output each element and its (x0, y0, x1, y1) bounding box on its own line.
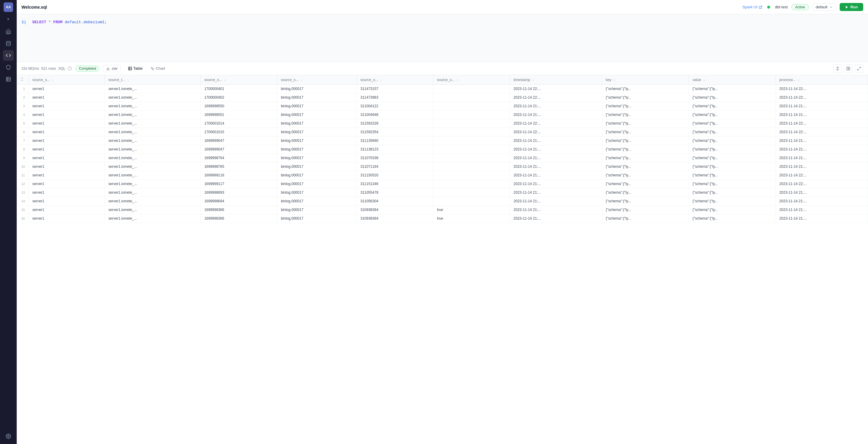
cell-source-t: server1.iomete_... (105, 93, 200, 102)
cell-source-o3: 310938364 (357, 214, 433, 223)
th-timestamp[interactable]: timestamp ↕ (510, 75, 602, 84)
sidebar-item-home[interactable] (3, 26, 14, 37)
active-badge: Active (791, 4, 809, 10)
cell-source-o1: 1699998764 (200, 154, 277, 162)
svg-rect-12 (848, 67, 850, 70)
avatar[interactable]: AA (4, 2, 13, 12)
th-source-s[interactable]: source_s... ↕ (29, 75, 105, 84)
cell-value: {"schema":{"ty... (689, 171, 776, 180)
cell-source-o2: binlog.000017 (277, 197, 357, 206)
cell-timestamp: 2023-11-14 21:... (510, 197, 602, 206)
table-row[interactable]: 11 server1 server1.iomete_... 1699999116… (17, 171, 868, 180)
cell-key: {"schema":{"ty... (602, 84, 689, 93)
cell-value: {"schema":{"ty... (689, 214, 776, 223)
topbar: Welcome.sql Spark UI dbt-test Active def… (17, 0, 868, 14)
sidebar-item-shield[interactable] (3, 62, 14, 73)
sidebar-item-settings[interactable] (3, 431, 14, 442)
table-row[interactable]: 1 server1 server1.iomete_... 1700000401 … (17, 84, 868, 93)
cell-source-o1: 1700000402 (200, 93, 277, 102)
cell-source-o3: 311591528 (357, 119, 433, 128)
cell-source-s: server1 (29, 119, 105, 128)
table-row[interactable]: 9 server1 server1.iomete_... 1699998764 … (17, 154, 868, 162)
cell-source-t: server1.iomete_... (105, 119, 200, 128)
cell-source-o3: 311151346 (357, 180, 433, 188)
default-dropdown[interactable]: default (812, 3, 836, 11)
main-content: Welcome.sql Spark UI dbt-test Active def… (17, 0, 868, 444)
table-row[interactable]: 3 server1 server1.iomete_... 1699998550 … (17, 102, 868, 110)
th-key[interactable]: key ↕ (602, 75, 689, 84)
svg-line-14 (858, 69, 859, 70)
sidebar-expand-button[interactable] (5, 15, 12, 23)
fullscreen-icon-button[interactable] (855, 64, 863, 73)
th-source-o4[interactable]: source_o... ↕ (433, 75, 510, 84)
sidebar-item-database[interactable] (3, 38, 14, 49)
cell-source-o3: 311150520 (357, 171, 433, 180)
cell-timestamp: 2023-11-14 21:... (510, 154, 602, 162)
cell-processing: 2023-11-14 21:... (776, 214, 868, 223)
table-icon (128, 66, 132, 71)
cell-timestamp: 2023-11-14 22:... (510, 84, 602, 93)
cell-source-o3: 311056304 (357, 197, 433, 206)
cell-source-s: server1 (29, 145, 105, 154)
cell-key: {"schema":{"ty... (602, 110, 689, 119)
th-value[interactable]: value ↕ (689, 75, 776, 84)
cell-timestamp: 2023-11-14 22:... (510, 119, 602, 128)
spark-ui-link[interactable]: Spark UI (742, 5, 763, 9)
cell-key: {"schema":{"ty... (602, 136, 689, 145)
sort-icon-button[interactable] (833, 64, 842, 73)
cell-row-num: 4 (17, 110, 29, 119)
table-row[interactable]: 16 server1 server1.iomete_... 1699998366… (17, 214, 868, 223)
cell-source-t: server1.iomete_... (105, 136, 200, 145)
cell-processing: 2023-11-14 22:... (776, 171, 868, 180)
results-actions (833, 64, 863, 73)
code-content[interactable]: SELECT * FROM default.debezium1; (29, 17, 868, 59)
table-row[interactable]: 7 server1 server1.iomete_... 1699999047 … (17, 136, 868, 145)
cell-timestamp: 2023-11-14 21:... (510, 145, 602, 154)
columns-icon-button[interactable] (844, 64, 852, 73)
cell-source-s: server1 (29, 136, 105, 145)
cell-key: {"schema":{"ty... (602, 128, 689, 136)
sql-editor[interactable]: 1| SELECT * FROM default.debezium1; (17, 14, 868, 62)
table-row[interactable]: 14 server1 server1.iomete_... 1699998694… (17, 197, 868, 206)
cell-key: {"schema":{"ty... (602, 197, 689, 206)
table-header-row: source_s... ↕ source_t... ↕ source_o... … (17, 75, 868, 84)
download-csv-button[interactable]: .csv (103, 65, 121, 72)
sidebar-item-table[interactable] (3, 74, 14, 84)
table-row[interactable]: 8 server1 server1.iomete_... 1699999047 … (17, 145, 868, 154)
cell-source-o4 (433, 110, 510, 119)
table-row[interactable]: 10 server1 server1.iomete_... 1699998765… (17, 162, 868, 171)
table-row[interactable]: 12 server1 server1.iomete_... 1699999117… (17, 180, 868, 188)
table-row[interactable]: 4 server1 server1.iomete_... 1699998551 … (17, 110, 868, 119)
th-processing[interactable]: processi... ↕ (776, 75, 868, 84)
status-dot-active (767, 6, 770, 9)
cell-source-o4 (433, 180, 510, 188)
table-row[interactable]: 2 server1 server1.iomete_... 1700000402 … (17, 93, 868, 102)
cell-value: {"schema":{"ty... (689, 119, 776, 128)
cell-source-o1: 1699998366 (200, 206, 277, 214)
tab-chart[interactable]: Chart (147, 65, 169, 72)
dbt-test-label: dbt-test (775, 5, 788, 9)
results-table-container[interactable]: source_s... ↕ source_t... ↕ source_o... … (17, 75, 868, 444)
table-row[interactable]: 5 server1 server1.iomete_... 1700001014 … (17, 119, 868, 128)
cell-source-o4 (433, 171, 510, 180)
cell-source-o4 (433, 188, 510, 197)
table-row[interactable]: 13 server1 server1.iomete_... 1699998693… (17, 188, 868, 197)
chart-icon (150, 66, 155, 71)
run-button[interactable]: Run (840, 3, 863, 11)
cell-source-o2: binlog.000017 (277, 206, 357, 214)
th-source-o2[interactable]: source_o... ↕ (277, 75, 357, 84)
th-source-o3[interactable]: source_o... ↕ (357, 75, 433, 84)
tab-table[interactable]: Table (124, 65, 146, 72)
cell-key: {"schema":{"ty... (602, 93, 689, 102)
cell-value: {"schema":{"ty... (689, 206, 776, 214)
cell-row-num: 10 (17, 162, 29, 171)
cell-value: {"schema":{"ty... (689, 136, 776, 145)
table-row[interactable]: 6 server1 server1.iomete_... 1700001015 … (17, 128, 868, 136)
th-source-t[interactable]: source_t... ↕ (105, 75, 200, 84)
cell-timestamp: 2023-11-14 21:... (510, 180, 602, 188)
cell-processing: 2023-11-14 22:... (776, 119, 868, 128)
sidebar-item-sql[interactable] (3, 50, 14, 61)
table-row[interactable]: 15 server1 server1.iomete_... 1699998366… (17, 206, 868, 214)
th-source-o1[interactable]: source_o... ↕ (200, 75, 277, 84)
cell-timestamp: 2023-11-14 21:... (510, 188, 602, 197)
